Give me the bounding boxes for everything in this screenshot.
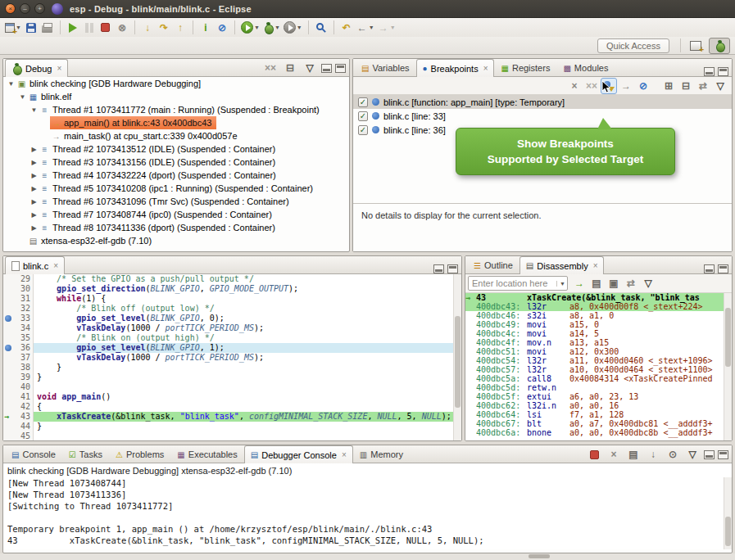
remove-all-terminated-button[interactable]: ×× <box>262 60 279 76</box>
editor-tab-blink-c[interactable]: blink.c× <box>5 256 65 274</box>
disassembly-row[interactable]: 400dbc46:s32ia8, a1, 0 <box>465 311 732 320</box>
line-number[interactable]: 38 <box>14 363 34 373</box>
annotation-ruler[interactable] <box>3 274 14 284</box>
show-source-button[interactable]: ▤ <box>588 275 605 291</box>
line-number[interactable]: 41 <box>14 392 34 402</box>
run-dropdown[interactable]: ▼ <box>254 25 260 30</box>
minimize-button[interactable] <box>704 450 715 459</box>
annotation-ruler[interactable] <box>3 431 14 441</box>
debug-tree-item[interactable]: ▶≡Thread #4 1073432224 (dport) (Suspende… <box>3 169 349 182</box>
annotation-ruler[interactable] <box>3 422 14 431</box>
debug-tree-item[interactable]: →app_main() at blink.c:43 0x400dbc43 <box>3 116 349 129</box>
scrollbar-thumb[interactable] <box>725 517 731 545</box>
disassembly-row[interactable]: 400dbc5a:call80x40084314 <xTaskCreatePin… <box>465 374 732 383</box>
minimize-button[interactable] <box>321 64 332 73</box>
save-button[interactable] <box>23 20 39 36</box>
code-line[interactable]: 38 } <box>3 363 461 373</box>
line-number[interactable]: 29 <box>14 274 34 284</box>
maximize-button[interactable] <box>718 67 728 76</box>
line-number[interactable]: 32 <box>14 304 34 314</box>
remove-breakpoint-button[interactable]: × <box>566 78 583 94</box>
expander-icon[interactable]: ▼ <box>29 106 39 114</box>
code-line[interactable]: →43 xTaskCreate(&blink_task, "blink_task… <box>3 412 461 422</box>
disassembly-row[interactable]: 400dbc54:l32ra11, 0x400d0460 <_stext+109… <box>465 356 732 365</box>
annotation-ruler[interactable] <box>3 284 14 294</box>
expander-icon[interactable]: ▶ <box>29 198 39 205</box>
expander-icon[interactable]: ▶ <box>29 224 39 232</box>
line-number[interactable]: 43 <box>14 412 34 422</box>
editor-vertical-scrollbar[interactable] <box>453 274 461 441</box>
debug-tree-item[interactable]: ▼≡Thread #1 1073411772 (main : Running) … <box>3 103 349 116</box>
annotation-ruler[interactable] <box>3 373 14 382</box>
debug-tree-item[interactable]: ▶≡Thread #6 1073431096 (Tmr Svc) (Suspen… <box>3 195 349 208</box>
maximize-button[interactable] <box>718 450 728 459</box>
debug-dropdown[interactable]: ▼ <box>274 25 280 30</box>
code-line[interactable]: 41void app_main() <box>3 392 461 402</box>
line-number[interactable]: 44 <box>14 422 34 431</box>
close-icon[interactable]: × <box>342 450 347 459</box>
view-menu-button[interactable]: ▽ <box>640 275 656 291</box>
disassembly-row[interactable]: 400dbc5d:retw.n <box>465 383 732 392</box>
expander-icon[interactable]: ▼ <box>7 80 16 88</box>
line-number[interactable]: 30 <box>14 284 34 294</box>
annotation-ruler[interactable] <box>3 353 14 363</box>
line-number[interactable]: 35 <box>14 333 34 343</box>
scrollbar-thumb[interactable] <box>725 308 731 367</box>
collapse-all-button[interactable]: ⊟ <box>282 60 298 76</box>
collapse-all-button[interactable]: ⊟ <box>678 78 694 94</box>
breakpoints-tab-variables[interactable]: ▤Variables <box>355 59 416 76</box>
disassembly-row[interactable]: 400dbc5f:extuia6, a0, 23, 13 <box>465 392 732 401</box>
resume-button[interactable] <box>65 20 81 36</box>
console-tab-console[interactable]: ▤Console <box>5 445 62 463</box>
disassembly-row[interactable]: 400dbc49:movia15, 0 <box>465 320 732 329</box>
line-number[interactable]: 45 <box>14 431 34 441</box>
breakpoint-marker-icon[interactable] <box>5 345 11 351</box>
line-number[interactable]: 36 <box>14 343 34 353</box>
suspend-button[interactable] <box>81 20 98 36</box>
code-line[interactable]: 34 vTaskDelay(1000 / portTICK_PERIOD_MS)… <box>3 323 461 333</box>
close-icon[interactable]: × <box>57 64 61 73</box>
annotation-ruler[interactable] <box>3 304 14 314</box>
remove-all-breakpoints-button[interactable]: ×× <box>583 78 600 94</box>
annotation-ruler[interactable] <box>3 323 14 333</box>
expander-icon[interactable]: ▼ <box>18 93 27 101</box>
close-icon[interactable]: × <box>593 261 598 270</box>
locate-pc-button[interactable]: → <box>571 275 588 291</box>
debug-tree-item[interactable]: ▶≡Thread #8 1073411336 (dport) (Suspende… <box>3 221 349 234</box>
code-line[interactable]: 35 /* Blink on (output high) */ <box>3 333 461 343</box>
breakpoint-item[interactable]: ✓blink.c [function: app_main] [type: Tem… <box>353 95 732 109</box>
disassembly-row[interactable]: 400dbc57:l32ra10, 0x400d0464 <_stext+110… <box>465 365 732 374</box>
line-number[interactable]: 40 <box>14 382 34 392</box>
code-line[interactable]: 36 gpio_set_level(BLINK_GPIO, 1); <box>3 343 461 353</box>
breakpoints-tab-breakpoints[interactable]: ●Breakpoints× <box>416 59 495 77</box>
open-perspective-button[interactable] <box>685 38 706 54</box>
debug-tree-item[interactable]: ▶≡Thread #2 1073413512 (IDLE) (Suspended… <box>3 142 349 156</box>
skip-all-breakpoints-button[interactable]: ⊘ <box>214 20 230 36</box>
annotation-ruler[interactable]: → <box>3 412 14 422</box>
external-tools-dropdown[interactable]: ▼ <box>297 25 302 30</box>
pin-console-button[interactable]: ⊙ <box>665 446 681 463</box>
debug-tab-debug[interactable]: Debug× <box>5 59 68 77</box>
sync-context-button[interactable]: ⇄ <box>623 275 639 291</box>
line-number[interactable]: 31 <box>14 294 34 304</box>
minimize-button[interactable] <box>704 264 715 273</box>
console-tab-problems[interactable]: ⚠Problems <box>109 445 170 463</box>
disassembly-vertical-scrollbar[interactable] <box>724 293 732 440</box>
code-line[interactable]: 31 while(1) { <box>3 294 461 304</box>
new-wizard-button[interactable]: ▼ <box>3 20 23 36</box>
debug-tree-item[interactable]: ▼▦blink.elf <box>3 90 349 103</box>
scrollbar-thumb[interactable] <box>455 316 461 408</box>
terminate-button[interactable] <box>98 20 114 36</box>
code-editor[interactable]: 29 /* Set the GPIO as a push/pull output… <box>3 274 461 441</box>
search-button[interactable] <box>313 20 329 36</box>
view-menu-button[interactable]: ▽ <box>712 78 728 94</box>
link-with-debug-button[interactable]: ⇄ <box>695 78 711 94</box>
code-line[interactable]: 40 <box>3 382 461 392</box>
last-edit-location-button[interactable]: ↶ <box>338 20 355 36</box>
debug-tree-item[interactable]: ▶≡Thread #5 1073410208 (ipc1 : Running) … <box>3 182 349 195</box>
debug-tree-item[interactable]: ▼▣blink checking [GDB Hardware Debugging… <box>3 77 349 90</box>
console-tab-memory[interactable]: ▥Memory <box>353 445 410 463</box>
console-tab-tasks[interactable]: ☑Tasks <box>62 445 109 463</box>
debug-tree-item[interactable]: ▶≡Thread #3 1073413156 (IDLE) (Suspended… <box>3 156 349 169</box>
disassembly-row[interactable]: →43xTaskCreate(&blink_task, "blink_tas <box>465 293 732 302</box>
